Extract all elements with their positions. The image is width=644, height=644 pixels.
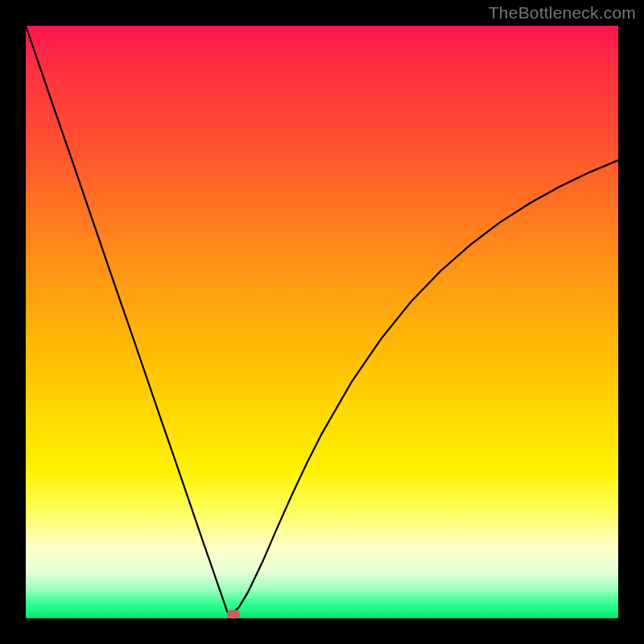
bottleneck-curve <box>26 26 618 618</box>
watermark-text: TheBottleneck.com <box>489 3 636 23</box>
optimal-marker <box>227 609 240 618</box>
chart-frame: TheBottleneck.com <box>0 0 644 644</box>
curve-path <box>26 26 618 615</box>
plot-area <box>26 26 618 618</box>
